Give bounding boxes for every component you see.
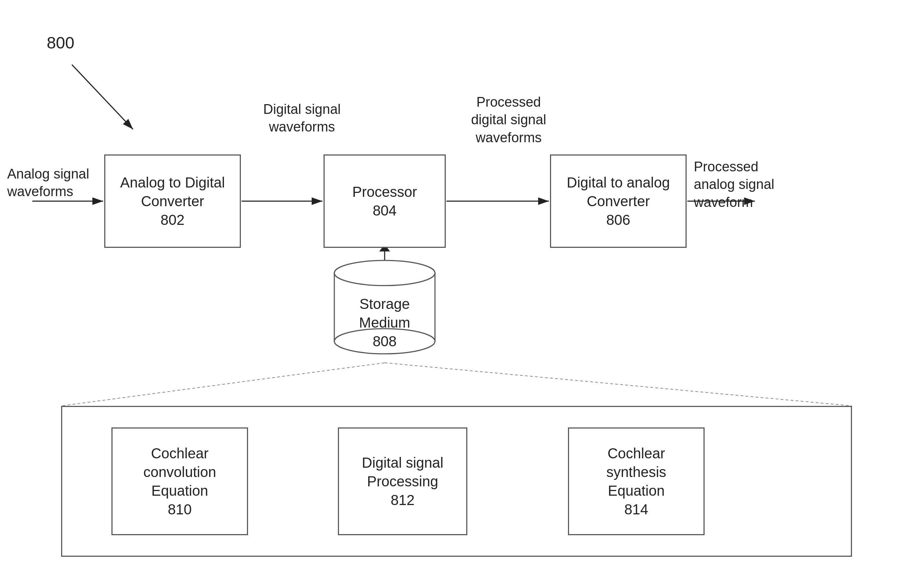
cochlear-conv-box: CochlearconvolutionEquation810 [112,427,248,535]
dac-box: Digital to analogConverter806 [550,155,687,248]
ref-number-800: 800 [47,32,75,54]
svg-point-17 [334,260,435,286]
cochlear-synth-box: CochlearsynthesisEquation814 [568,427,705,535]
dsp-box: Digital signalProcessing812 [338,427,467,535]
analog-in-label: Analog signalwaveforms [7,165,97,201]
diagram: 800 Analog signalwaveforms Analog to Dig… [0,0,912,588]
svg-line-10 [61,363,385,406]
storage-label: StorageMedium808 [331,294,439,351]
svg-line-2 [72,65,133,129]
processor-box: Processor804 [324,155,446,248]
processed-analog-label: Processedanalog signalwaveform [694,158,802,211]
digital-signal-label: Digital signalwaveforms [252,100,352,136]
adc-box: Analog to DigitalConverter802 [104,155,241,248]
processed-digital-label: Processeddigital signalwaveforms [453,94,564,147]
svg-line-11 [385,363,852,406]
